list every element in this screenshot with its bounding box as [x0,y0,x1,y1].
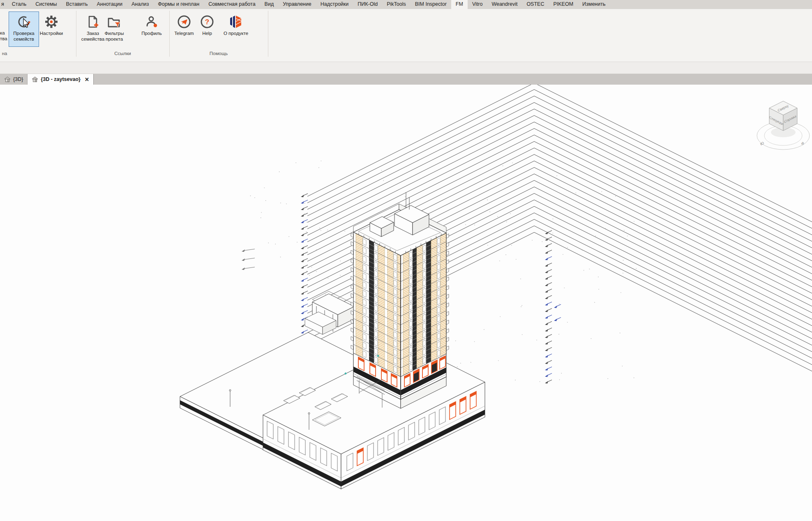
ribbon-panel-fm: ка тва на Проверка семейств [0,9,812,62]
group-label-help: Помощь [169,51,268,56]
product-logo-icon [229,12,243,30]
project-filters-button[interactable]: Фильтры проекта [102,12,127,47]
group-label-links: Ссылки [76,51,169,56]
building-model[interactable] [180,192,485,489]
ribbon-tab-Совместная работа[interactable]: Совместная работа [204,0,260,9]
ribbon-tab-Vitro[interactable]: Vitro [468,0,487,9]
svg-text:Ю: Ю [759,141,765,146]
ribbon-tab-Weandrevit[interactable]: Weandrevit [487,0,522,9]
ribbon-tab-Формы и генплан[interactable]: Формы и генплан [153,0,204,9]
ribbon-tab-PIKEOM[interactable]: PIKEOM [549,0,578,9]
view-tab-bar: {3D} {3D - zaytsevao} ✕ [0,74,812,85]
ribbon-tab-Анализ[interactable]: Анализ [127,0,153,9]
ribbon-tab-BIM Inspector[interactable]: BIM Inspector [411,0,451,9]
ribbon-tab-ПИК-Old[interactable]: ПИК-Old [353,0,382,9]
about-product-label: О продукте [224,31,248,36]
ribbon-tab-Аннотации[interactable]: Аннотации [92,0,127,9]
person-icon [145,12,159,30]
ribbon-group-separator [76,11,76,57]
ribbon-tab-Вставить[interactable]: Вставить [62,0,92,9]
ribbon-tab-Вид[interactable]: Вид [260,0,279,9]
ribbon-tab-OSTEC[interactable]: OSTEC [522,0,549,9]
clipped-quality-check-button[interactable]: ка тва [0,12,7,41]
family-order-label-2: семейства [81,37,104,41]
settings-button[interactable]: Настройки [40,12,62,47]
view-tab-active-label: {3D - zaytsevao} [41,76,81,82]
family-check-button[interactable]: Проверка семейств [9,12,39,47]
ribbon-tab-Изменить[interactable]: Изменить [578,0,610,9]
house-icon [32,76,38,82]
help-icon: ? [200,12,215,30]
telegram-label: Telegram [174,31,194,36]
profile-label: Профиль [141,31,162,36]
clipped-group-label: на [0,51,9,56]
project-filters-label-2: проекта [106,37,123,41]
project-filters-label-1: Фильтры [105,31,124,36]
help-label: Help [202,31,212,36]
clipped-label-2: тва [0,36,7,41]
ribbon-group-separator [268,11,268,57]
ribbon-tab-Надстройки[interactable]: Надстройки [316,0,353,9]
revit-window: СверхуСпередиСправаЮВ яСтальСистемыВстав… [0,0,812,521]
ribbon-tab-Управление[interactable]: Управление [278,0,316,9]
spot-markers-right [545,231,561,383]
view-tab-3d[interactable]: {3D} [0,74,28,85]
file-plus-icon [86,12,100,30]
ribbon-tab-Сталь[interactable]: Сталь [7,0,31,9]
telegram-button[interactable]: Telegram [171,12,197,47]
ribbon-tab-PikTools[interactable]: PikTools [382,0,411,9]
family-check-label-1: Проверка [13,31,35,36]
clipped-label-1: ка [0,30,5,35]
house-icon [4,76,11,82]
telegram-icon [177,12,191,30]
view-tab-3d-label: {3D} [13,76,23,82]
ribbon-tab-FM[interactable]: FM [451,0,468,9]
spot-markers-left [242,194,308,346]
view-tab-3d-zaytsevao[interactable]: {3D - zaytsevao} ✕ [28,74,93,85]
options-bar [0,62,812,74]
family-order-label-1: Заказ [87,31,99,36]
settings-label: Настройки [40,31,63,36]
close-tab-icon[interactable]: ✕ [85,76,89,83]
application-chrome: яСтальСистемыВставитьАннотацииАнализФорм… [0,0,812,85]
help-button[interactable]: ? Help [198,12,216,47]
profile-button[interactable]: Профиль [138,12,165,47]
mouse-cursor [23,18,30,29]
about-product-button[interactable]: О продукте [217,12,255,47]
ribbon-tab-Системы[interactable]: Системы [31,0,61,9]
svg-text:?: ? [205,18,209,26]
svg-text:В: В [800,141,805,146]
ribbon-tab-я[interactable]: я [0,0,7,9]
ribbon-tab-bar: яСтальСистемыВставитьАннотацииАнализФорм… [0,0,812,9]
family-check-label-2: семейств [14,37,34,41]
ribbon-group-separator [169,11,170,57]
folder-filter-icon [107,12,122,30]
view-cube[interactable]: СверхуСпередиСправаЮВ [757,101,810,150]
gear-icon [44,12,58,30]
